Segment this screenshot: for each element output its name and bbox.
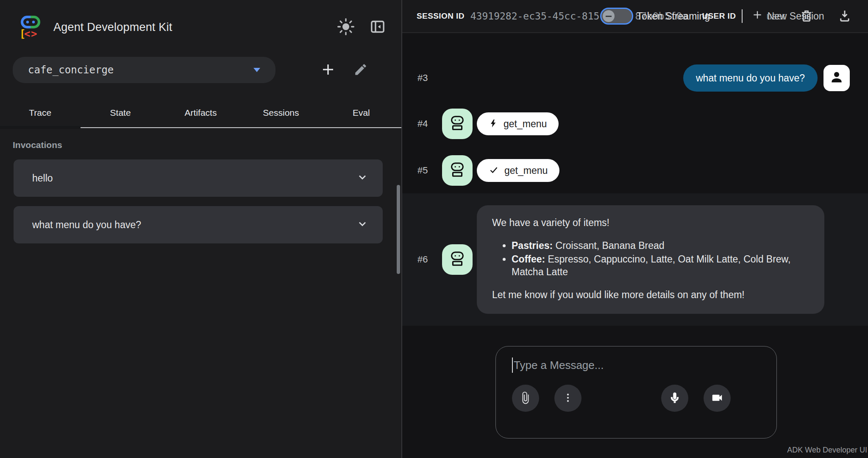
paperclip-icon <box>519 391 532 405</box>
tool-name: get_menu <box>504 118 547 130</box>
token-streaming-toggle[interactable] <box>600 8 633 25</box>
invocation-label: what menu do you have? <box>32 219 356 231</box>
bot-avatar <box>442 155 473 186</box>
tab-state[interactable]: State <box>80 100 160 127</box>
tab-artifacts[interactable]: Artifacts <box>161 100 241 127</box>
chat-panel: SESSION ID 43919282-ec35-45cc-815 87b0b5… <box>402 0 868 458</box>
message-id: #3 <box>417 73 442 84</box>
active-tab-indicator <box>0 126 81 129</box>
user-message-bubble: what menu do you have? <box>683 64 818 92</box>
left-header: [ < > Agent Development Kit <box>0 0 401 42</box>
new-session-button[interactable]: New Session <box>749 9 826 23</box>
agent-select-value: cafe_concierge <box>28 64 253 76</box>
check-icon <box>489 165 499 176</box>
message-input[interactable] <box>513 359 749 372</box>
scrollbar-thumb[interactable] <box>397 185 400 274</box>
bot-message-bubble: We have a variety of items! Pastries: Cr… <box>477 205 824 314</box>
robot-icon <box>448 160 467 181</box>
tool-name: get_menu <box>504 165 548 176</box>
more-vert-icon <box>562 392 574 405</box>
person-icon <box>828 69 845 87</box>
token-streaming-label: Token Streaming <box>637 11 710 22</box>
text-caret <box>742 9 743 23</box>
left-panel: [ < > Agent Development Kit <box>0 0 402 458</box>
message-row-user: #3 what menu do you have? <box>402 64 868 92</box>
message-id: #4 <box>417 118 442 129</box>
export-session-button[interactable] <box>835 6 854 27</box>
invocations-heading: Invocations <box>13 140 401 150</box>
bot-message-intro: We have a variety of items! <box>492 216 809 229</box>
agent-row: cafe_concierge <box>13 57 401 83</box>
tab-bar: Trace State Artifacts Sessions Eval <box>0 100 401 128</box>
robot-icon <box>448 249 467 270</box>
bot-avatar <box>442 109 473 139</box>
agent-select-dropdown[interactable]: cafe_concierge <box>13 57 275 83</box>
bot-avatar <box>442 244 473 275</box>
tab-trace[interactable]: Trace <box>0 100 80 127</box>
bolt-icon <box>489 118 498 130</box>
new-session-label: New Session <box>767 11 824 22</box>
tab-sessions[interactable]: Sessions <box>241 100 321 127</box>
pencil-icon <box>353 62 368 78</box>
chevron-down-icon <box>356 218 368 232</box>
message-row-tool-call: #4 get_menu <box>402 109 868 139</box>
message-row-bot: #6 We have a variety of items! <box>402 205 868 314</box>
chevron-down-icon <box>356 171 368 185</box>
collapse-panel-icon <box>369 18 386 36</box>
collapse-panel-button[interactable] <box>367 16 389 39</box>
sun-icon <box>337 18 355 37</box>
download-icon <box>837 8 852 24</box>
chat-area: #3 what menu do you have? #4 <box>402 33 868 458</box>
media-buttons <box>661 385 731 412</box>
tool-result-chip[interactable]: get_menu <box>477 159 559 182</box>
bot-message-outro: Let me know if you would like more detai… <box>492 288 809 301</box>
user-avatar <box>823 65 850 91</box>
invocation-label: hello <box>32 173 356 184</box>
microphone-button[interactable] <box>661 385 688 412</box>
dropdown-arrow-icon <box>253 66 260 74</box>
composer-input-row <box>512 357 760 373</box>
adk-web-ui: [ < > Agent Development Kit <box>0 0 868 458</box>
app-title: Agent Development Kit <box>53 21 172 34</box>
message-row-highlight-band: #6 We have a variety of items! <box>402 193 868 326</box>
video-button[interactable] <box>704 385 731 412</box>
session-id-value: 43919282-ec35-45cc-815 <box>470 11 600 22</box>
plus-icon <box>752 9 763 23</box>
composer-buttons <box>512 385 760 412</box>
microphone-icon <box>668 391 681 405</box>
user-id-label: USER ID <box>702 11 736 21</box>
menu-item-coffee: Coffee: Espresso, Cappuccino, Latte, Oat… <box>512 253 809 278</box>
videocam-icon <box>711 391 723 405</box>
message-row-tool-result: #5 get_menu <box>402 155 868 186</box>
edit-agent-button[interactable] <box>351 60 370 81</box>
add-session-button[interactable] <box>318 59 338 81</box>
session-id-label: SESSION ID <box>417 11 465 21</box>
tool-call-chip[interactable]: get_menu <box>477 112 559 135</box>
adk-logo-icon: [ < > <box>17 13 44 42</box>
invocation-item-hello[interactable]: hello <box>14 159 383 197</box>
message-id: #6 <box>417 254 442 265</box>
invocation-item-menu[interactable]: what menu do you have? <box>14 206 383 243</box>
svg-text:<: < <box>24 28 30 40</box>
toggle-thumb <box>603 10 615 22</box>
message-id: #5 <box>417 165 442 176</box>
robot-icon <box>448 113 467 134</box>
menu-list: Pastries: Croissant, Banana Bread Coffee… <box>492 239 809 278</box>
theme-toggle-button[interactable] <box>334 15 357 39</box>
tab-eval[interactable]: Eval <box>321 100 401 127</box>
message-composer <box>495 346 777 438</box>
session-bar: SESSION ID 43919282-ec35-45cc-815 87b0b5… <box>402 0 868 33</box>
user-message-text: what menu do you have? <box>696 73 805 84</box>
plus-icon <box>320 62 336 78</box>
menu-item-pastries: Pastries: Croissant, Banana Bread <box>512 239 809 252</box>
svg-text:>: > <box>31 28 37 40</box>
more-options-button[interactable] <box>554 385 581 412</box>
footer-label: ADK Web Developer UI <box>787 446 867 455</box>
session-bar-overlap-zone: 87b0b5f0a user Token Streaming USER ID N… <box>600 6 791 27</box>
attach-file-button[interactable] <box>512 385 539 412</box>
